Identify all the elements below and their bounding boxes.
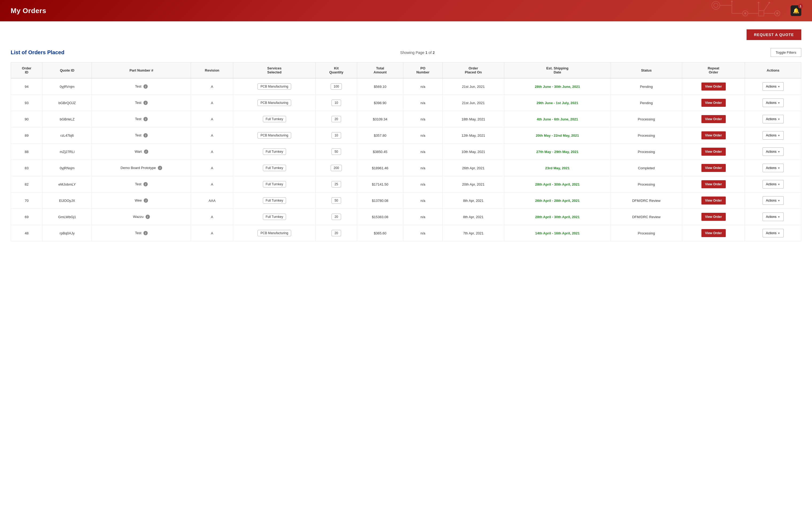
part-info-icon[interactable]: i bbox=[158, 166, 162, 170]
part-info-icon[interactable]: i bbox=[143, 182, 148, 186]
toggle-filters-button[interactable]: Toggle Filters bbox=[771, 48, 801, 57]
view-order-button[interactable]: View Order bbox=[701, 164, 726, 172]
cell-order-placed: 21st Jun, 2021 bbox=[443, 78, 504, 95]
cell-order-id: 48 bbox=[11, 225, 42, 242]
cell-order-placed: 10th May, 2021 bbox=[443, 144, 504, 160]
cell-actions: Actions ▼ bbox=[745, 209, 801, 225]
cell-repeat-order: View Order bbox=[682, 144, 745, 160]
cell-order-placed: 26th Apr, 2021 bbox=[443, 160, 504, 176]
part-info-icon[interactable]: i bbox=[143, 101, 148, 105]
view-order-button[interactable]: View Order bbox=[701, 229, 726, 237]
dropdown-arrow-icon: ▼ bbox=[778, 118, 780, 121]
cell-status: Processing bbox=[611, 225, 682, 242]
cell-status: Pending bbox=[611, 95, 682, 111]
service-badge: Full Turnkey bbox=[263, 181, 286, 187]
qty-badge: 200 bbox=[331, 165, 342, 171]
dropdown-arrow-icon: ▼ bbox=[778, 150, 780, 153]
view-order-button[interactable]: View Order bbox=[701, 213, 726, 221]
cell-total-amount: $15383.08 bbox=[357, 209, 403, 225]
cell-order-id: 89 bbox=[11, 127, 42, 144]
col-status: Status bbox=[611, 62, 682, 78]
cell-repeat-order: View Order bbox=[682, 192, 745, 209]
cell-actions: Actions ▼ bbox=[745, 192, 801, 209]
dropdown-arrow-icon: ▼ bbox=[778, 85, 780, 88]
cell-status: Processing bbox=[611, 144, 682, 160]
cell-quote-id: ElJOOyJX bbox=[42, 192, 92, 209]
cell-service: PCB Manufacturing bbox=[233, 95, 316, 111]
cell-part-number: Wazzu i bbox=[92, 209, 191, 225]
actions-button[interactable]: Actions ▼ bbox=[763, 229, 784, 237]
service-badge: PCB Manufacturing bbox=[258, 132, 291, 138]
cell-po-number: n/a bbox=[403, 95, 443, 111]
table-row: 70 ElJOOyJX Wee i AAA Full Turnkey 50 $1… bbox=[11, 192, 801, 209]
cell-kit-qty: 25 bbox=[316, 176, 357, 192]
cell-est-shipping: 20th May - 22nd May, 2021 bbox=[504, 127, 611, 144]
part-info-icon[interactable]: i bbox=[144, 199, 148, 203]
part-info-icon[interactable]: i bbox=[144, 149, 148, 154]
cell-kit-qty: 20 bbox=[316, 111, 357, 127]
cell-po-number: n/a bbox=[403, 209, 443, 225]
service-badge: PCB Manufacturing bbox=[258, 100, 291, 106]
actions-button[interactable]: Actions ▼ bbox=[763, 147, 784, 156]
col-est-shipping: Est. ShippingDate bbox=[504, 62, 611, 78]
svg-point-17 bbox=[768, 2, 770, 3]
part-info-icon[interactable]: i bbox=[143, 84, 148, 89]
cell-service: PCB Manufacturing bbox=[233, 225, 316, 242]
cell-revision: A bbox=[191, 225, 233, 242]
actions-button[interactable]: Actions ▼ bbox=[763, 196, 784, 205]
section-title: List of Orders Placed bbox=[11, 49, 64, 56]
cell-repeat-order: View Order bbox=[682, 160, 745, 176]
top-bar: REQUEST A QUOTE bbox=[11, 27, 801, 40]
cell-status: Completed bbox=[611, 160, 682, 176]
cell-kit-qty: 100 bbox=[316, 78, 357, 95]
shipping-date: 23rd May, 2021 bbox=[545, 166, 570, 170]
pagination-sep: of bbox=[429, 50, 432, 55]
cell-total-amount: $357.80 bbox=[357, 127, 403, 144]
actions-button[interactable]: Actions ▼ bbox=[763, 164, 784, 172]
actions-button[interactable]: Actions ▼ bbox=[763, 131, 784, 140]
view-order-button[interactable]: View Order bbox=[701, 115, 726, 123]
cell-est-shipping: 4th June - 6th June, 2021 bbox=[504, 111, 611, 127]
view-order-button[interactable]: View Order bbox=[701, 99, 726, 107]
col-repeat-order: RepeatOrder bbox=[682, 62, 745, 78]
pagination-info: Showing Page 1 of 2 bbox=[400, 50, 435, 55]
cell-est-shipping: 28th June - 30th June, 2021 bbox=[504, 78, 611, 95]
actions-button[interactable]: Actions ▼ bbox=[763, 115, 784, 123]
actions-button[interactable]: Actions ▼ bbox=[763, 213, 784, 221]
notification-bell[interactable]: 🔔 1 bbox=[791, 5, 801, 16]
service-badge: Full Turnkey bbox=[263, 165, 286, 171]
pagination-current: 1 bbox=[425, 50, 427, 55]
main-content: REQUEST A QUOTE List of Orders Placed Sh… bbox=[0, 21, 812, 526]
part-info-icon[interactable]: i bbox=[143, 117, 148, 121]
view-order-button[interactable]: View Order bbox=[701, 83, 726, 90]
actions-button[interactable]: Actions ▼ bbox=[763, 180, 784, 189]
cell-order-id: 90 bbox=[11, 111, 42, 127]
cell-total-amount: $13780.08 bbox=[357, 192, 403, 209]
qty-badge: 100 bbox=[331, 83, 342, 90]
cell-status: Processing bbox=[611, 111, 682, 127]
dropdown-arrow-icon: ▼ bbox=[778, 216, 780, 218]
cell-order-id: 88 bbox=[11, 144, 42, 160]
cell-part-number: Test i bbox=[92, 95, 191, 111]
part-info-icon[interactable]: i bbox=[143, 231, 148, 235]
cell-total-amount: $3850.45 bbox=[357, 144, 403, 160]
cell-po-number: n/a bbox=[403, 127, 443, 144]
cell-part-number: Test i bbox=[92, 78, 191, 95]
service-badge: Full Turnkey bbox=[263, 214, 286, 220]
request-quote-button[interactable]: REQUEST A QUOTE bbox=[746, 29, 801, 40]
col-part-number: Part Number # bbox=[92, 62, 191, 78]
section-header: List of Orders Placed Showing Page 1 of … bbox=[11, 48, 801, 57]
part-info-icon[interactable]: i bbox=[143, 133, 148, 137]
view-order-button[interactable]: View Order bbox=[701, 131, 726, 140]
actions-button[interactable]: Actions ▼ bbox=[763, 82, 784, 91]
actions-button[interactable]: Actions ▼ bbox=[763, 99, 784, 107]
svg-point-6 bbox=[744, 12, 746, 14]
view-order-button[interactable]: View Order bbox=[701, 148, 726, 156]
part-info-icon[interactable]: i bbox=[146, 215, 150, 219]
shipping-date: 27th May - 29th May, 2021 bbox=[536, 150, 579, 154]
cell-kit-qty: 50 bbox=[316, 192, 357, 209]
cell-part-number: Test i bbox=[92, 127, 191, 144]
col-po-number: PONumber bbox=[403, 62, 443, 78]
view-order-button[interactable]: View Order bbox=[701, 180, 726, 188]
view-order-button[interactable]: View Order bbox=[701, 196, 726, 205]
